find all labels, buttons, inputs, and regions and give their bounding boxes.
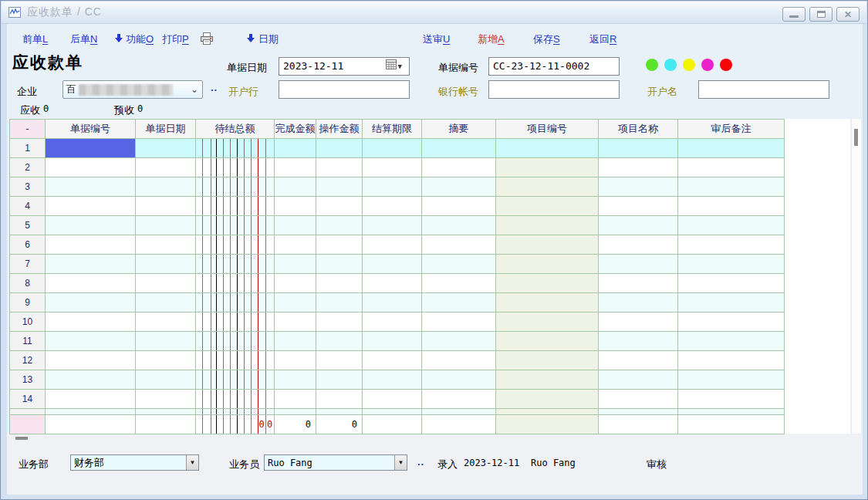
grid-cell[interactable] bbox=[496, 197, 599, 216]
grid-cell[interactable] bbox=[496, 409, 599, 415]
dept-combobox[interactable]: 财务部 ▼ bbox=[70, 454, 199, 471]
summary-row-header[interactable] bbox=[10, 415, 46, 434]
grid-cell[interactable] bbox=[196, 351, 275, 370]
selected-cell[interactable] bbox=[46, 139, 136, 158]
grid-cell[interactable] bbox=[275, 390, 316, 409]
grid-cell[interactable] bbox=[46, 293, 136, 312]
grid-cell[interactable] bbox=[275, 332, 316, 351]
dropdown-button[interactable]: ▼ bbox=[394, 455, 407, 470]
grid-cell[interactable] bbox=[363, 139, 422, 158]
grid-cell[interactable] bbox=[422, 216, 496, 235]
summary-operated[interactable]: 0 bbox=[316, 415, 363, 434]
grid-cell[interactable] bbox=[316, 255, 363, 274]
grid-cell[interactable] bbox=[422, 332, 496, 351]
grid-cell[interactable] bbox=[363, 409, 422, 415]
grid-cell[interactable] bbox=[678, 197, 785, 216]
grid-cell[interactable] bbox=[46, 370, 136, 390]
row-number[interactable]: 7 bbox=[10, 255, 46, 274]
grid-cell[interactable] bbox=[136, 158, 196, 177]
row-number[interactable]: 6 bbox=[10, 235, 46, 255]
grid-cell[interactable] bbox=[363, 197, 422, 216]
grid-cell[interactable] bbox=[46, 216, 136, 235]
grid-cell[interactable] bbox=[599, 332, 678, 351]
column-header-9[interactable]: 项目名称 bbox=[599, 120, 678, 139]
grid-cell[interactable] bbox=[678, 312, 785, 332]
column-header-5[interactable]: 操作金额 bbox=[316, 120, 363, 139]
grid-cell[interactable] bbox=[678, 177, 785, 197]
minimize-button[interactable] bbox=[782, 7, 806, 22]
toolbar-submit-review[interactable]: 送审U bbox=[423, 32, 450, 46]
grid-cell[interactable] bbox=[496, 293, 599, 312]
grid-cell[interactable] bbox=[678, 332, 785, 351]
grid-cell[interactable] bbox=[363, 312, 422, 332]
grid-cell[interactable] bbox=[422, 158, 496, 177]
column-header-0[interactable]: - bbox=[10, 120, 46, 139]
grid-cell[interactable] bbox=[275, 158, 316, 177]
grid-cell[interactable] bbox=[496, 139, 599, 158]
grid-cell[interactable] bbox=[363, 235, 422, 255]
grid-cell[interactable] bbox=[196, 216, 275, 235]
grid-cell[interactable] bbox=[136, 351, 196, 370]
printer-icon[interactable] bbox=[199, 32, 214, 48]
grid-cell[interactable] bbox=[46, 409, 136, 415]
toolbar-prev-doc[interactable]: 前单L bbox=[22, 32, 48, 46]
grid-cell[interactable] bbox=[275, 216, 316, 235]
grid-cell[interactable] bbox=[316, 312, 363, 332]
company-combobox[interactable]: 百 ⌄ bbox=[62, 80, 203, 99]
toolbar-features[interactable]: 功能O bbox=[126, 32, 154, 46]
grid-cell[interactable] bbox=[599, 293, 678, 312]
grid-cell[interactable] bbox=[363, 177, 422, 197]
grid-cell[interactable] bbox=[46, 177, 136, 197]
column-header-10[interactable]: 审后备注 bbox=[678, 120, 785, 139]
grid-cell[interactable] bbox=[363, 415, 422, 434]
grid-cell[interactable] bbox=[599, 415, 678, 434]
grid-cell[interactable] bbox=[496, 390, 599, 409]
grid-cell[interactable] bbox=[422, 235, 496, 255]
grid-cell[interactable] bbox=[678, 274, 785, 293]
grid-cell[interactable] bbox=[599, 255, 678, 274]
grid-cell[interactable] bbox=[196, 312, 275, 332]
grid-cell[interactable] bbox=[599, 351, 678, 370]
grid-cell[interactable] bbox=[496, 332, 599, 351]
grid-cell[interactable] bbox=[678, 409, 785, 415]
grid-cell[interactable] bbox=[496, 235, 599, 255]
grid-cell[interactable] bbox=[599, 390, 678, 409]
grid-cell[interactable] bbox=[678, 255, 785, 274]
close-button[interactable]: ✕ bbox=[836, 7, 860, 22]
grid-cell[interactable] bbox=[136, 216, 196, 235]
grid-cell[interactable] bbox=[422, 177, 496, 197]
status-dot-2[interactable] bbox=[683, 59, 695, 71]
row-number[interactable]: 5 bbox=[10, 216, 46, 235]
grid-cell[interactable] bbox=[275, 255, 316, 274]
grid-cell[interactable] bbox=[422, 139, 496, 158]
grid-cell[interactable] bbox=[599, 139, 678, 158]
grid-cell[interactable] bbox=[422, 293, 496, 312]
vertical-scrollbar[interactable] bbox=[851, 119, 861, 434]
grid-cell[interactable] bbox=[316, 235, 363, 255]
grid-cell[interactable] bbox=[496, 158, 599, 177]
row-number[interactable]: 13 bbox=[10, 370, 46, 390]
grid-cell[interactable] bbox=[275, 293, 316, 312]
status-dot-3[interactable] bbox=[701, 59, 714, 71]
grid-cell[interactable] bbox=[422, 415, 496, 434]
row-number[interactable]: 12 bbox=[10, 351, 46, 370]
grid-cell[interactable] bbox=[599, 370, 678, 390]
row-number[interactable]: 10 bbox=[10, 312, 46, 332]
grid-cell[interactable] bbox=[363, 390, 422, 409]
grid-cell[interactable] bbox=[136, 370, 196, 390]
row-number[interactable]: 3 bbox=[10, 177, 46, 197]
grid-cell[interactable] bbox=[196, 139, 275, 158]
grid-cell[interactable] bbox=[678, 390, 785, 409]
row-number[interactable]: 8 bbox=[10, 274, 46, 293]
grid-cell[interactable] bbox=[316, 409, 363, 415]
row-number[interactable]: 11 bbox=[10, 332, 46, 351]
grid-cell[interactable] bbox=[196, 255, 275, 274]
row-number[interactable]: 4 bbox=[10, 197, 46, 216]
grid-cell[interactable] bbox=[275, 274, 316, 293]
grid-cell[interactable] bbox=[678, 415, 785, 434]
grid-cell[interactable] bbox=[496, 351, 599, 370]
grid-cell[interactable] bbox=[422, 351, 496, 370]
grid-cell[interactable] bbox=[599, 274, 678, 293]
grid-cell[interactable] bbox=[422, 274, 496, 293]
row-number[interactable]: 14 bbox=[10, 390, 46, 409]
